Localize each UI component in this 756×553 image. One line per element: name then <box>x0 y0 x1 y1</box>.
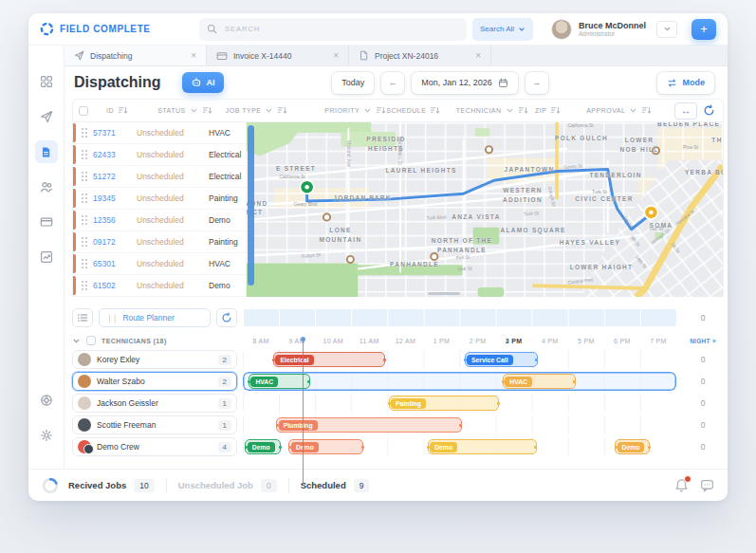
schedule-lane[interactable]: ElectricalService Call <box>243 350 676 369</box>
close-icon[interactable]: × <box>333 50 339 61</box>
schedule-bar[interactable]: Demo <box>615 439 650 454</box>
technician-card[interactable]: Scottie Freeman 1 <box>72 415 237 434</box>
prev-day-button[interactable]: ← <box>381 72 404 94</box>
map-horizontal-scrollbar[interactable] <box>428 292 460 295</box>
planner-refresh-button[interactable] <box>216 308 237 327</box>
expand-columns-button[interactable]: ↔ <box>674 102 697 120</box>
schedule-lane[interactable]: Plumbing <box>243 415 676 434</box>
job-id[interactable]: 65301 <box>93 259 137 268</box>
table-row[interactable]: 62433 Unscheduled Electrical <box>73 144 246 166</box>
user-chevron[interactable] <box>656 21 677 38</box>
drag-handle-icon[interactable] <box>81 171 88 182</box>
add-button[interactable]: + <box>691 19 716 40</box>
technician-card[interactable]: Walter Szabo 2 <box>72 372 237 391</box>
select-all-checkbox[interactable] <box>79 106 88 116</box>
sidebar-item-payments[interactable] <box>35 211 58 233</box>
table-row[interactable]: 61502 Unscheduled Demo <box>73 275 246 297</box>
table-row[interactable]: 09172 Unscheduled Painting <box>73 231 246 253</box>
ai-button[interactable]: AI <box>182 72 224 93</box>
column-priority[interactable]: PRIORITY <box>324 105 386 116</box>
table-row[interactable]: 65301 Unscheduled HVAC <box>73 253 246 275</box>
table-row[interactable]: 12356 Unscheduled Demo <box>73 210 246 231</box>
search-input[interactable] <box>223 24 459 34</box>
map-vertical-scrollbar[interactable] <box>248 125 254 286</box>
table-row[interactable]: 51272 Unscheduled Electrical <box>73 166 246 188</box>
sidebar-item-settings[interactable] <box>35 424 58 447</box>
column-zip[interactable]: ZIP <box>535 105 586 116</box>
technician-row[interactable]: Walter Szabo 2 HVACHVAC 0 <box>72 372 724 391</box>
sort-icon[interactable] <box>518 105 528 116</box>
technician-row[interactable]: Korey Exley 2 ElectricalService Call 0 <box>72 350 724 369</box>
unassigned-strip[interactable] <box>243 309 676 326</box>
chevron-down-icon[interactable] <box>265 106 273 115</box>
schedule-bar[interactable]: Demo <box>428 439 537 454</box>
close-icon[interactable]: × <box>475 50 481 61</box>
chevron-down-icon[interactable] <box>190 106 198 115</box>
route-planner-button[interactable]: ❘❘ Route Planner <box>99 308 211 327</box>
job-id[interactable]: 12356 <box>93 215 137 225</box>
tab-1[interactable]: Invoice X-14440 × <box>207 46 349 65</box>
sort-icon[interactable] <box>641 105 652 116</box>
drag-handle-icon[interactable] <box>81 193 88 204</box>
technician-card[interactable]: Demo Crew 4 <box>72 437 237 456</box>
map[interactable]: BELDEN PLACEPRESIDIOHEIGHTSTHPOLK GULCHL… <box>246 122 723 297</box>
tab-0[interactable]: Dispatching × <box>65 46 207 65</box>
column-technician[interactable]: TECHNICIAN <box>456 105 535 116</box>
schedule-bar[interactable]: HVAC <box>249 374 310 389</box>
technician-card[interactable]: Jackson Geissler 1 <box>72 394 237 413</box>
user-menu[interactable]: Bruce McDonnel Administrator + <box>551 19 716 40</box>
sort-icon[interactable] <box>376 105 386 116</box>
schedule-bar[interactable]: HVAC <box>503 374 576 389</box>
notifications-bell-icon[interactable] <box>674 478 689 492</box>
collapse-chevron-icon[interactable] <box>72 337 81 345</box>
drag-handle-icon[interactable] <box>81 280 88 291</box>
technician-row[interactable]: Demo Crew 4 DemoDemoDemoDemo 0 <box>72 437 724 456</box>
sidebar-item-reports[interactable] <box>35 246 58 268</box>
today-button[interactable]: Today <box>332 72 374 94</box>
drag-handle-icon[interactable] <box>81 236 88 248</box>
schedule-bar[interactable]: Electrical <box>273 352 385 367</box>
job-id[interactable]: 51272 <box>93 172 137 181</box>
table-refresh-button[interactable] <box>703 104 715 117</box>
tab-2[interactable]: Project XN-24016 × <box>349 46 491 65</box>
close-icon[interactable]: × <box>191 50 196 61</box>
next-day-button[interactable]: → <box>526 72 548 94</box>
sidebar-item-dashboard[interactable] <box>35 70 58 93</box>
schedule-lane[interactable]: HVACHVAC <box>243 372 676 391</box>
technician-row[interactable]: Jackson Geissler 1 Painting 0 <box>72 394 724 413</box>
technician-row[interactable]: Scottie Freeman 1 Plumbing 0 <box>72 415 724 434</box>
sort-icon[interactable] <box>277 105 287 116</box>
job-id[interactable]: 61502 <box>93 281 137 290</box>
schedule-bar[interactable]: Demo <box>245 439 281 454</box>
sort-icon[interactable] <box>550 105 561 116</box>
job-id[interactable]: 09172 <box>93 237 137 247</box>
planner-list-button[interactable] <box>72 308 93 327</box>
search-all-dropdown[interactable]: Search All <box>472 18 533 41</box>
schedule-lane[interactable]: DemoDemoDemoDemo <box>243 437 676 456</box>
schedule-bar[interactable]: Service Call <box>465 352 538 367</box>
schedule-bar[interactable]: Demo <box>288 439 363 454</box>
chevron-down-icon[interactable] <box>506 106 514 115</box>
chevron-down-icon[interactable] <box>629 106 637 115</box>
schedule-bar[interactable]: Painting <box>389 396 500 411</box>
job-id[interactable]: 62433 <box>93 150 137 159</box>
sidebar-item-customers[interactable] <box>35 175 58 198</box>
sort-icon[interactable] <box>202 105 212 116</box>
schedule-lane[interactable]: Painting <box>243 394 676 413</box>
date-picker[interactable]: Mon, Jan 12, 2026 <box>412 72 518 94</box>
technician-card[interactable]: Korey Exley 2 <box>72 350 237 369</box>
sidebar-item-documents[interactable] <box>35 140 58 163</box>
table-row[interactable]: 19345 Unscheduled Painting <box>73 188 246 210</box>
chat-icon[interactable] <box>700 478 714 492</box>
mode-button[interactable]: Mode <box>657 72 715 94</box>
brand-logo[interactable]: FIELD COMPLETE <box>40 22 199 36</box>
drag-handle-icon[interactable] <box>81 214 88 226</box>
drag-handle-icon[interactable] <box>81 258 88 269</box>
sidebar-item-support[interactable] <box>35 389 58 412</box>
sort-icon[interactable] <box>430 105 440 116</box>
global-search[interactable] <box>199 18 467 41</box>
column-job-type[interactable]: JOB TYPE <box>226 105 324 116</box>
drag-handle-icon[interactable] <box>81 149 88 160</box>
job-id[interactable]: 57371 <box>93 128 137 138</box>
column-id[interactable]: ID <box>106 105 157 116</box>
